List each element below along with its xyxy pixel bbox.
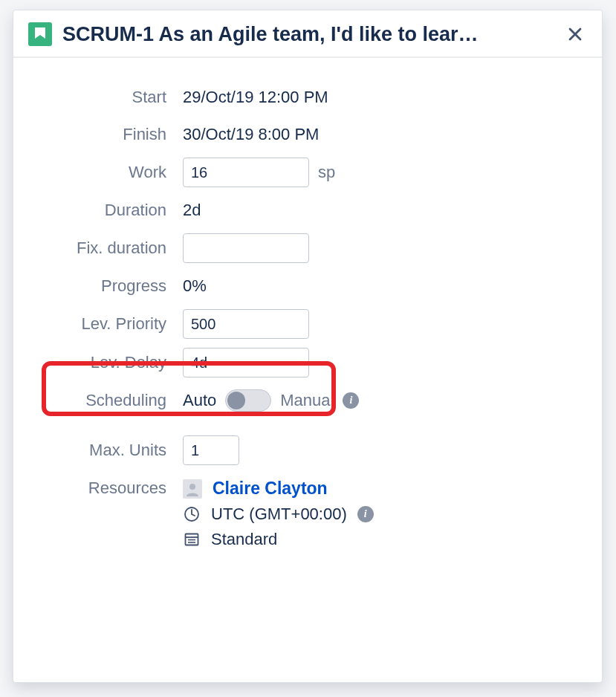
- work-unit: sp: [318, 163, 335, 182]
- scheduling-info-icon[interactable]: i: [343, 392, 359, 409]
- clock-icon: [183, 505, 201, 523]
- label-progress: Progress: [28, 276, 183, 296]
- resource-calendar: Standard: [211, 530, 277, 549]
- row-duration: Duration 2d: [28, 192, 587, 229]
- label-scheduling: Scheduling: [28, 391, 183, 410]
- label-work: Work: [28, 163, 183, 182]
- row-fix-duration: Fix. duration: [28, 229, 587, 268]
- label-fix-duration: Fix. duration: [28, 239, 183, 258]
- timezone-info-icon[interactable]: i: [357, 506, 374, 522]
- row-lev-priority: Lev. Priority: [28, 305, 587, 343]
- label-finish: Finish: [28, 125, 183, 144]
- value-progress[interactable]: 0%: [183, 276, 207, 296]
- row-progress: Progress 0%: [28, 268, 587, 305]
- task-details-panel: SCRUM-1 As an Agile team, I'd like to le…: [13, 10, 603, 683]
- row-resources: Resources Claire Clayton: [28, 470, 587, 554]
- scheduling-toggle[interactable]: [225, 389, 271, 412]
- resource-user-line: Claire Clayton: [183, 479, 374, 499]
- story-type-icon: [28, 22, 52, 46]
- row-work: Work sp: [28, 153, 587, 192]
- row-scheduling: Scheduling Auto Manual i: [28, 382, 587, 419]
- panel-title[interactable]: SCRUM-1 As an Agile team, I'd like to le…: [62, 23, 554, 46]
- resource-timezone-line: UTC (GMT+00:00) i: [183, 505, 374, 524]
- panel-header: SCRUM-1 As an Agile team, I'd like to le…: [13, 10, 602, 58]
- avatar-icon: [183, 479, 202, 499]
- label-max-units: Max. Units: [28, 441, 183, 460]
- close-icon: [568, 27, 583, 42]
- panel-body: Start 29/Oct/19 12:00 PM Finish 30/Oct/1…: [13, 58, 602, 568]
- row-start: Start 29/Oct/19 12:00 PM: [28, 79, 587, 116]
- toggle-knob: [227, 392, 245, 409]
- input-work[interactable]: [183, 158, 309, 187]
- label-start: Start: [28, 88, 183, 107]
- close-button[interactable]: [563, 22, 587, 46]
- input-max-units[interactable]: [183, 435, 239, 465]
- input-lev-delay[interactable]: [183, 348, 309, 377]
- row-max-units: Max. Units: [28, 431, 587, 470]
- value-finish[interactable]: 30/Oct/19 8:00 PM: [183, 125, 319, 144]
- resource-user-link[interactable]: Claire Clayton: [213, 479, 328, 499]
- calendar-icon: [183, 531, 201, 548]
- label-resources: Resources: [28, 477, 183, 498]
- scheduling-auto-label: Auto: [183, 391, 216, 410]
- label-lev-delay: Lev. Delay: [28, 353, 183, 372]
- value-duration[interactable]: 2d: [183, 201, 201, 220]
- resource-timezone: UTC (GMT+00:00): [211, 505, 347, 524]
- label-lev-priority: Lev. Priority: [28, 314, 183, 334]
- row-finish: Finish 30/Oct/19 8:00 PM: [28, 116, 587, 153]
- value-start[interactable]: 29/Oct/19 12:00 PM: [183, 88, 328, 107]
- input-lev-priority[interactable]: [183, 309, 309, 339]
- label-duration: Duration: [28, 201, 183, 220]
- resource-calendar-line: Standard: [183, 530, 374, 549]
- input-fix-duration[interactable]: [183, 233, 309, 263]
- row-lev-delay: Lev. Delay: [28, 343, 587, 382]
- resource-block: Claire Clayton UTC (GMT+00:00) i: [183, 479, 374, 549]
- scheduling-manual-label: Manual: [280, 391, 334, 410]
- svg-point-0: [189, 484, 195, 490]
